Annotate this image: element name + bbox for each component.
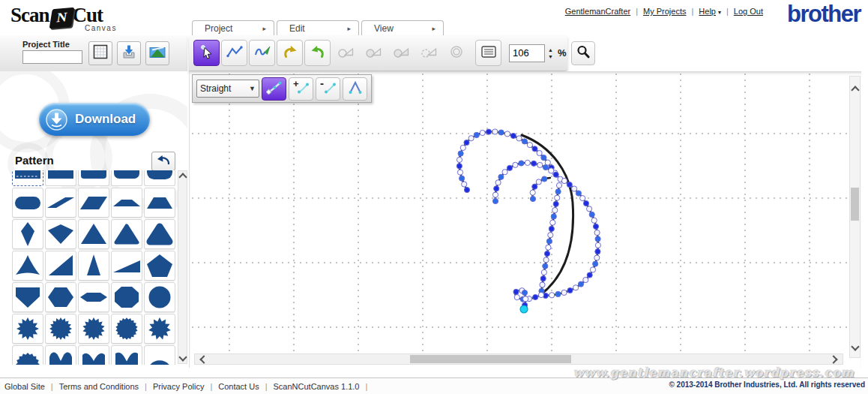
- pattern-item-crown-v[interactable]: [78, 345, 109, 365]
- footer-link-scanncutcanvas-1-1-0[interactable]: ScanNCutCanvas 1.1.0: [274, 382, 360, 391]
- offset-circles-icon: [449, 44, 464, 62]
- menu-bar: Project▸ Edit▸ View▸: [192, 20, 444, 36]
- select-tool-button[interactable]: [193, 40, 220, 66]
- artwork-path[interactable]: [190, 71, 861, 368]
- footer-link-contact-us[interactable]: Contact Us: [218, 382, 259, 391]
- scroll-right-icon[interactable]: [829, 355, 837, 363]
- path-node: [495, 180, 501, 185]
- pattern-item-triangle-curved[interactable]: [12, 251, 43, 281]
- pattern-row: [12, 251, 178, 281]
- menu-tab-edit[interactable]: Edit▸: [277, 20, 359, 36]
- path-node: [583, 200, 588, 206]
- path-node: [543, 257, 549, 263]
- node-edit-tool-button[interactable]: [262, 77, 286, 101]
- pattern-item-rect[interactable]: [45, 170, 76, 186]
- pattern-item-pill[interactable]: [12, 188, 43, 218]
- pattern-row: [12, 282, 178, 312]
- pattern-item-trapezoid-thin[interactable]: [111, 188, 142, 218]
- pattern-item-rect-round[interactable]: [111, 170, 142, 186]
- path-node: [578, 281, 583, 287]
- pattern-scrollbar[interactable]: [178, 170, 187, 364]
- pattern-item-burst-14[interactable]: [78, 314, 109, 344]
- pattern-item-hexagon[interactable]: [45, 282, 76, 312]
- drawing-canvas[interactable]: [189, 71, 861, 368]
- nav-link-log-out[interactable]: Log Out: [734, 7, 763, 16]
- project-title-input[interactable]: [22, 50, 82, 64]
- vertical-scroll-thumb[interactable]: [851, 188, 859, 221]
- pattern-item-parallelogram-thin[interactable]: [45, 188, 76, 218]
- weld-intersect-button: [388, 40, 414, 66]
- path-node: [553, 172, 558, 177]
- pattern-item-hexagon-long[interactable]: [78, 282, 109, 312]
- pattern-item-triangle-soft[interactable]: [144, 219, 175, 249]
- image-trace-button[interactable]: [145, 41, 169, 65]
- zoom-spinner: ▲ ▼: [546, 47, 555, 60]
- pattern-item-triangle-rounded[interactable]: [111, 219, 142, 249]
- pattern-item-pentagon[interactable]: [144, 251, 175, 281]
- zoom-level-input[interactable]: [509, 44, 545, 62]
- scroll-down-icon[interactable]: [851, 342, 859, 350]
- download-to-machine-button[interactable]: [117, 41, 141, 65]
- scroll-left-icon[interactable]: [199, 355, 208, 363]
- pattern-item-pentagon-down[interactable]: [12, 282, 43, 312]
- mat-size-button[interactable]: [88, 41, 112, 65]
- freehand-tool-button[interactable]: [249, 40, 275, 66]
- pattern-item-scallop-dome[interactable]: [12, 345, 43, 365]
- nav-link-help[interactable]: Help▾: [699, 7, 721, 16]
- footer-link-privacy-policy[interactable]: Privacy Policy: [153, 382, 204, 391]
- footer-separator: |: [365, 382, 367, 391]
- footer-link-global-site[interactable]: Global Site: [4, 382, 45, 391]
- scroll-up-icon[interactable]: [851, 86, 859, 94]
- line-type-select[interactable]: Straight ▼: [196, 80, 259, 98]
- path-node: [555, 291, 561, 296]
- pattern-item-triangle-narrow[interactable]: [78, 251, 109, 281]
- pattern-item-scallop-circle[interactable]: [111, 314, 142, 344]
- canvas-vertical-scrollbar[interactable]: [849, 76, 861, 358]
- path-node: [580, 196, 585, 201]
- pattern-item-crown-m[interactable]: [45, 345, 76, 365]
- nav-link-gentlemancrafter[interactable]: GentlemanCrafter: [565, 7, 630, 16]
- pattern-item-burst-12[interactable]: [12, 314, 43, 344]
- pattern-back-button[interactable]: [151, 152, 175, 171]
- scroll-down-icon[interactable]: [178, 353, 187, 361]
- pattern-item-rect-round-sm[interactable]: [78, 170, 109, 186]
- pattern-item-rect-round-lg[interactable]: [144, 170, 175, 186]
- horizontal-scroll-thumb[interactable]: [410, 355, 571, 363]
- pattern-item-burst-16[interactable]: [45, 314, 76, 344]
- path-node: [553, 201, 558, 206]
- path-node: [458, 151, 463, 156]
- nav-link-my-projects[interactable]: My Projects: [643, 7, 686, 16]
- logo-cut-text: Cut: [73, 4, 103, 26]
- pattern-item-diamond-wide[interactable]: [45, 219, 76, 249]
- menu-tab-project[interactable]: Project▸: [192, 20, 274, 36]
- properties-panel-button[interactable]: [475, 40, 501, 66]
- menu-tab-view[interactable]: View▸: [361, 20, 444, 36]
- pattern-item-right-triangle-thin[interactable]: [111, 251, 142, 281]
- redo-button[interactable]: [304, 40, 331, 66]
- pattern-item-gear[interactable]: [144, 314, 175, 344]
- pattern-section-title: Pattern: [15, 154, 54, 167]
- pattern-item-parallelogram[interactable]: [78, 188, 109, 218]
- delete-node-tool-button[interactable]: -: [316, 77, 340, 101]
- canvas-horizontal-scrollbar[interactable]: [194, 353, 843, 365]
- corner-tool-button[interactable]: [343, 77, 367, 101]
- zoom-down-icon[interactable]: ▼: [546, 53, 555, 60]
- pattern-item-crown-notch[interactable]: [111, 345, 142, 365]
- footer-link-terms-and-conditions[interactable]: Terms and Conditions: [59, 382, 139, 391]
- pattern-item-rect-stitched[interactable]: [12, 170, 43, 186]
- add-node-tool-button[interactable]: +: [289, 77, 313, 101]
- pattern-item-right-triangle[interactable]: [45, 251, 76, 281]
- pattern-item-octagon[interactable]: [111, 282, 142, 312]
- zoom-up-icon[interactable]: ▲: [546, 47, 555, 53]
- undo-button[interactable]: [277, 40, 303, 66]
- pattern-item-circle[interactable]: [144, 282, 175, 312]
- pattern-item-triangle[interactable]: [78, 219, 109, 249]
- pattern-item-kite[interactable]: [12, 219, 43, 249]
- pattern-item-dome[interactable]: [144, 345, 175, 365]
- polyline-tool-button[interactable]: [221, 40, 247, 66]
- scroll-up-icon[interactable]: [178, 173, 187, 181]
- download-button[interactable]: Download: [39, 103, 150, 136]
- path-node: [462, 182, 467, 187]
- zoom-fit-button[interactable]: [571, 41, 595, 65]
- pattern-item-trapezoid[interactable]: [144, 188, 175, 218]
